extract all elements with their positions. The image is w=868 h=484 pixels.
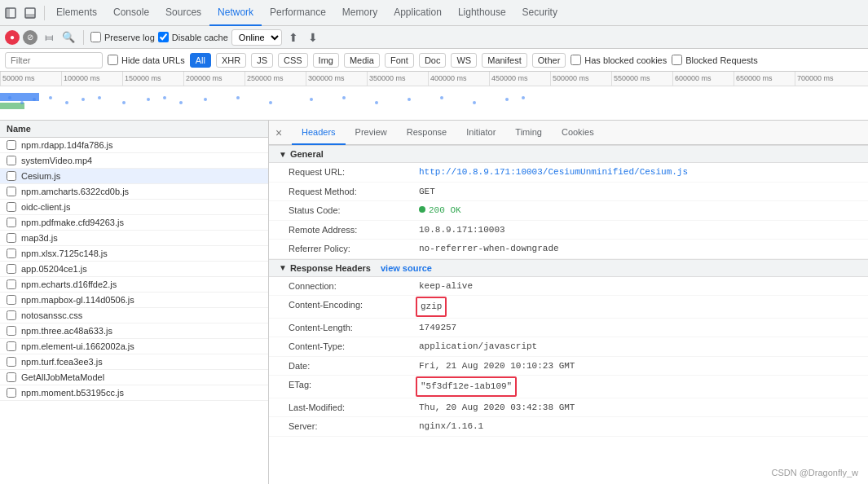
detail-tab-cookies[interactable]: Cookies [552,121,604,145]
filter-input[interactable] [5,52,103,68]
file-checkbox[interactable] [7,264,16,274]
tab-performance[interactable]: Performance [262,0,334,26]
has-blocked-cookies-input[interactable] [571,55,581,65]
file-checkbox[interactable] [7,341,16,351]
referrer-policy-row: Referrer Policy: no-referrer-when-downgr… [269,240,868,259]
timeline-tick: 450000 ms [489,72,550,86]
timeline-tick: 150000 ms [122,72,183,86]
header-value: application/javascript [419,340,537,354]
filter-type-doc[interactable]: Doc [419,53,447,68]
list-item[interactable]: npm.mapbox-gl.114d0506.js [0,293,268,308]
file-checkbox[interactable] [7,233,16,243]
view-source-link[interactable]: view source [381,263,432,273]
network-toolbar: ● ⊘ ⧦ 🔍 Preserve log Disable cache Onlin… [0,26,868,49]
file-checkbox[interactable] [7,388,16,398]
list-item[interactable]: systemVideo.mp4 [0,153,268,169]
list-item[interactable]: npm.turf.fcea3ee3.js [0,354,268,370]
response-headers-section-header[interactable]: ▼ Response Headers view source [269,259,868,277]
file-checkbox[interactable] [7,295,16,305]
throttle-select[interactable]: Online [231,29,282,46]
file-checkbox[interactable] [7,249,16,258]
file-name: npm.xlsx.7125c148.js [21,249,108,258]
tab-sources[interactable]: Sources [157,0,209,26]
download-icon[interactable]: ⬇ [305,29,321,46]
preserve-log-input[interactable] [90,32,101,42]
filter-type-other[interactable]: Other [532,53,566,68]
dock-icon[interactable] [3,6,18,20]
list-item[interactable]: notosanssc.css [0,308,268,323]
filter-type-js[interactable]: JS [251,53,273,68]
detail-tab-response[interactable]: Response [397,121,457,145]
timeline-dot [98,96,101,99]
blocked-requests-input[interactable] [672,55,682,65]
timeline-dot [147,98,150,101]
header-value: Fri, 21 Aug 2020 10:10:23 GMT [419,359,575,373]
list-item[interactable]: oidc-client.js [0,200,268,215]
file-checkbox[interactable] [7,140,16,150]
detail-tab-headers[interactable]: Headers [292,121,346,145]
file-checkbox[interactable] [7,218,16,227]
list-item[interactable]: Cesium.js [0,169,268,184]
tab-network[interactable]: Network [209,0,262,26]
detail-tab-preview[interactable]: Preview [346,121,397,145]
filter-type-img[interactable]: Img [313,53,339,68]
list-item[interactable]: npm.element-ui.1662002a.js [0,339,268,354]
filter-type-font[interactable]: Font [385,53,414,68]
record-button[interactable]: ● [5,30,20,45]
detail-tab-timing[interactable]: Timing [505,121,552,145]
timeline-dot [505,98,509,101]
blocked-requests-checkbox[interactable]: Blocked Requests [672,55,758,65]
preserve-log-checkbox[interactable]: Preserve log [90,32,155,42]
list-item[interactable]: map3d.js [0,231,268,246]
list-item[interactable]: npm.xlsx.7125c148.js [0,246,268,262]
list-item[interactable]: npm.moment.b53195cc.js [0,385,268,401]
file-checkbox[interactable] [7,279,16,289]
disable-cache-input[interactable] [158,32,169,42]
file-checkbox[interactable] [7,171,16,181]
file-checkbox[interactable] [7,310,16,320]
close-icon[interactable]: × [272,126,285,139]
timeline-dot [522,96,525,99]
file-checkbox[interactable] [7,202,16,212]
filter-icon[interactable]: ⧦ [41,29,57,46]
filter-type-css[interactable]: CSS [278,53,308,68]
tab-application[interactable]: Application [386,0,450,26]
status-code-row: Status Code: 200 OK [269,201,868,221]
timeline-dot [179,101,183,104]
list-item[interactable]: npm.rdapp.1d4fa786.js [0,138,268,153]
timeline-dot [375,101,378,104]
remote-address-row: Remote Address: 10.8.9.171:10003 [269,221,868,240]
list-item[interactable]: npm.echarts.d16ffde2.js [0,277,268,293]
tab-console[interactable]: Console [105,0,157,26]
upload-icon[interactable]: ⬆ [285,29,302,46]
filter-type-media[interactable]: Media [344,53,380,68]
tab-lighthouse[interactable]: Lighthouse [450,0,514,26]
filter-type-ws[interactable]: WS [451,53,477,68]
hide-data-urls-input[interactable] [108,55,118,65]
has-blocked-cookies-checkbox[interactable]: Has blocked cookies [571,55,667,65]
file-checkbox[interactable] [7,372,16,382]
detail-tab-initiator[interactable]: Initiator [456,121,505,145]
hide-data-urls-checkbox[interactable]: Hide data URLs [108,55,185,65]
list-item[interactable]: npm.pdfmake.cfd94263.js [0,215,268,231]
file-checkbox[interactable] [7,187,16,196]
list-item[interactable]: npm.amcharts.6322cd0b.js [0,184,268,200]
general-section-header[interactable]: ▼ General [269,145,868,163]
filter-type-xhr[interactable]: XHR [216,53,246,68]
dock-bottom-icon[interactable] [23,6,37,20]
tab-security[interactable]: Security [514,0,566,26]
file-checkbox[interactable] [7,357,16,367]
file-checkbox[interactable] [7,326,16,336]
tab-memory[interactable]: Memory [334,0,386,26]
stop-button[interactable]: ⊘ [23,30,37,45]
search-icon[interactable]: 🔍 [60,29,77,46]
list-item[interactable]: npm.three.ac48a633.js [0,323,268,339]
filter-type-manifest[interactable]: Manifest [482,53,527,68]
file-checkbox[interactable] [7,156,16,165]
timeline-dot [204,98,207,101]
disable-cache-checkbox[interactable]: Disable cache [158,32,228,42]
list-item[interactable]: GetAllJobMetaModel [0,370,268,385]
tab-elements[interactable]: Elements [48,0,105,26]
list-item[interactable]: app.05204ce1.js [0,262,268,277]
filter-type-all[interactable]: All [190,53,211,68]
